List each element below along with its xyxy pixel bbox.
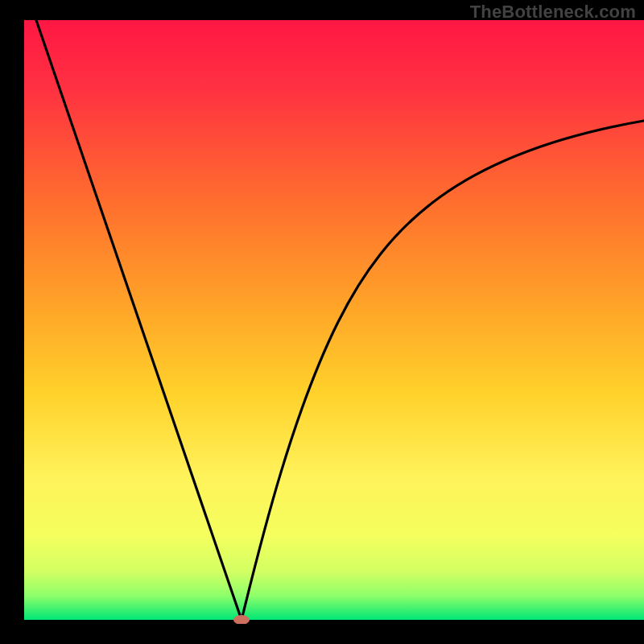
plot-area bbox=[24, 20, 644, 620]
watermark-text: TheBottleneck.com bbox=[470, 2, 636, 23]
chart-svg bbox=[0, 0, 644, 644]
chart-container: TheBottleneck.com bbox=[0, 0, 644, 644]
axis-bottom bbox=[0, 624, 644, 644]
axis-left bbox=[0, 0, 24, 644]
minimum-marker bbox=[233, 615, 250, 625]
